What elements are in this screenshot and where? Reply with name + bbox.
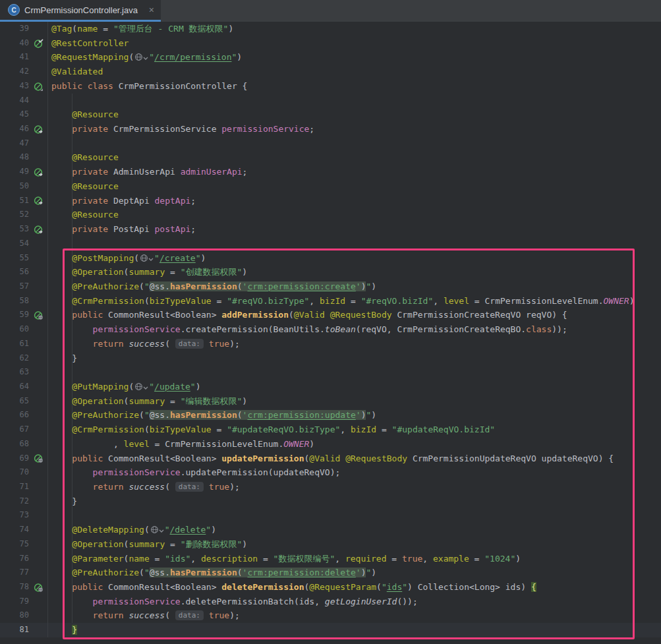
code-line-53[interactable]: 53 private PostApi postApi; [0,222,661,237]
code-text[interactable]: public class CrmPermissionController { [47,79,661,94]
code-line-51[interactable]: 51 private DeptApi deptApi; [0,194,661,208]
code-text[interactable]: permissionService.updatePermission(updat… [47,465,661,480]
code-line-46[interactable]: 46 private CrmPermissionService permissi… [0,122,661,136]
code-line-79[interactable]: 79 permissionService.deletePermissionBat… [0,595,661,609]
code-text[interactable]: } [47,351,661,366]
line-number[interactable]: 74 [0,523,29,537]
line-number[interactable]: 44 [0,94,29,108]
code-text[interactable] [47,94,661,108]
line-number[interactable]: 75 [0,537,29,552]
code-line-44[interactable]: 44 [0,94,661,108]
autowired-gutter-icon[interactable] [29,122,47,136]
line-number[interactable]: 49 [0,165,29,179]
code-line-70[interactable]: 70 permissionService.updatePermission(up… [0,465,661,480]
code-line-64[interactable]: 64 @PutMapping("/update") [0,380,661,394]
line-number[interactable]: 70 [0,465,29,480]
line-number[interactable]: 51 [0,194,29,208]
line-number[interactable]: 61 [0,337,29,351]
autowired-gutter-icon[interactable] [29,165,47,179]
code-text[interactable]: @CrmPermission(bizTypeValue = "#reqVO.bi… [47,294,661,308]
code-line-72[interactable]: 72 } [0,494,661,509]
autowired-gutter-icon[interactable] [29,222,47,237]
code-line-57[interactable]: 57 @PreAuthorize("@ss.hasPermission('crm… [0,279,661,294]
code-line-58[interactable]: 58 @CrmPermission(bizTypeValue = "#reqVO… [0,294,661,308]
line-number[interactable]: 56 [0,265,29,279]
code-text[interactable]: return success( data: true); [47,608,661,623]
tab-close-icon[interactable]: × [149,5,154,15]
bean-gutter-icon[interactable] [29,79,47,94]
code-text[interactable]: @DeleteMapping("/delete") [47,523,661,537]
url-globe-inlay-icon[interactable] [150,524,164,539]
code-line-42[interactable]: 42@Validated [0,65,661,79]
code-text[interactable]: public CommonResult<Boolean> addPermissi… [47,308,661,322]
code-text[interactable]: public CommonResult<Boolean> updatePermi… [47,452,661,466]
line-number[interactable]: 52 [0,208,29,222]
code-line-69[interactable]: 69 public CommonResult<Boolean> updatePe… [0,452,661,466]
code-text[interactable]: @Resource [47,150,661,165]
code-text[interactable]: @Resource [47,179,661,194]
code-line-43[interactable]: 43public class CrmPermissionController { [0,79,661,94]
code-text[interactable]: @Tag(name = "管理后台 - CRM 数据权限") [47,22,661,36]
code-text[interactable]: @Operation(summary = "编辑数据权限") [47,394,661,409]
code-text[interactable]: private PostApi postApi; [47,222,661,237]
code-text[interactable]: @Operation(summary = "创建数据权限") [47,265,661,279]
line-number[interactable]: 45 [0,107,29,122]
code-line-74[interactable]: 74 @DeleteMapping("/delete") [0,523,661,537]
code-line-75[interactable]: 75 @Operation(summary = "删除数据权限") [0,537,661,552]
line-number[interactable]: 46 [0,122,29,136]
code-line-54[interactable]: 54 [0,237,661,251]
line-number[interactable]: 81 [0,623,29,637]
line-number[interactable]: 73 [0,508,29,523]
code-text[interactable]: public CommonResult<Boolean> deletePermi… [47,580,661,595]
code-text[interactable]: @Resource [47,107,661,122]
line-number[interactable]: 53 [0,222,29,237]
line-number[interactable]: 39 [0,22,29,36]
code-line-67[interactable]: 67 @CrmPermission(bizTypeValue = "#updat… [0,423,661,437]
url-globe-inlay-icon[interactable] [134,51,148,66]
line-number[interactable]: 67 [0,423,29,437]
autowired-gutter-icon[interactable] [29,194,47,208]
tab-crm-permission-controller[interactable]: C CrmPermissionController.java × [0,0,161,22]
code-text[interactable]: @Validated [47,65,661,79]
code-line-40[interactable]: 40@RestController [0,36,661,51]
code-text[interactable]: @PutMapping("/update") [47,380,661,394]
code-line-61[interactable]: 61 return success( data: true); [0,337,661,351]
code-text[interactable]: return success( data: true); [47,480,661,494]
code-text[interactable]: , level = CrmPermissionLevelEnum.OWNER) [47,437,661,452]
code-text[interactable]: @RequestMapping("/crm/permission") [47,50,661,65]
line-number[interactable]: 42 [0,65,29,79]
line-number[interactable]: 59 [0,308,29,322]
code-line-80[interactable]: 80 return success( data: true); [0,608,661,623]
code-editor[interactable]: 39@Tag(name = "管理后台 - CRM 数据权限")40@RestC… [0,22,661,644]
code-line-55[interactable]: 55 @PostMapping("/create") [0,251,661,266]
code-text[interactable]: @PostMapping("/create") [47,251,661,266]
code-line-81[interactable]: 81 } [0,623,661,637]
line-number[interactable]: 57 [0,279,29,294]
code-text[interactable]: @Operation(summary = "删除数据权限") [47,537,661,552]
code-line-76[interactable]: 76 @Parameter(name = "ids", description … [0,552,661,566]
url-globe-inlay-icon[interactable] [140,252,154,267]
code-text[interactable] [47,508,661,523]
code-text[interactable] [47,136,661,151]
line-number[interactable]: 76 [0,552,29,566]
code-line-41[interactable]: 41@RequestMapping("/crm/permission") [0,50,661,65]
line-number[interactable]: 69 [0,452,29,466]
code-text[interactable] [47,365,661,380]
code-line-39[interactable]: 39@Tag(name = "管理后台 - CRM 数据权限") [0,22,661,36]
line-number[interactable]: 50 [0,179,29,194]
line-number[interactable]: 64 [0,380,29,394]
line-number[interactable]: 43 [0,79,29,94]
line-number[interactable]: 55 [0,251,29,266]
code-line-45[interactable]: 45 @Resource [0,107,661,122]
code-line-48[interactable]: 48 @Resource [0,150,661,165]
line-number[interactable]: 72 [0,494,29,509]
line-number[interactable]: 65 [0,394,29,409]
line-number[interactable]: 68 [0,437,29,452]
code-text[interactable]: return success( data: true); [47,337,661,351]
url-globe-inlay-icon[interactable] [134,381,148,395]
line-number[interactable]: 63 [0,365,29,380]
code-text[interactable] [47,237,661,251]
code-line-78[interactable]: 78 public CommonResult<Boolean> deletePe… [0,580,661,595]
code-line-60[interactable]: 60 permissionService.createPermission(Be… [0,322,661,337]
code-text[interactable]: @CrmPermission(bizTypeValue = "#updateRe… [47,423,661,437]
